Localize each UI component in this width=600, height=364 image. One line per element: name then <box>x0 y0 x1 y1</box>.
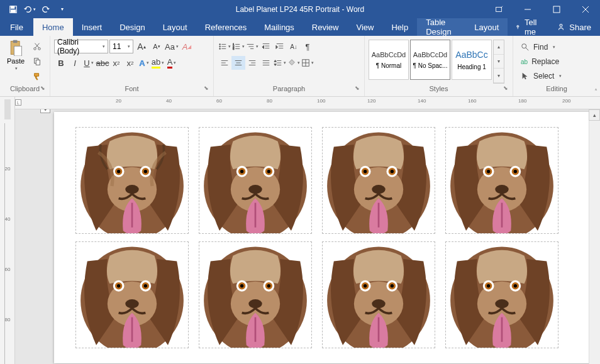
table-move-handle[interactable]: ✥ <box>40 109 50 113</box>
font-size-combo[interactable]: 11▾ <box>109 40 133 53</box>
tab-file[interactable]: File <box>0 18 33 36</box>
label-cell[interactable] <box>445 127 558 234</box>
tab-selector[interactable]: L <box>15 99 21 106</box>
justify-button[interactable] <box>259 56 273 70</box>
ribbon-tabs: File Home Insert Design Layout Reference… <box>0 18 600 36</box>
undo-button[interactable]: ▾ <box>21 0 38 18</box>
minimize-button[interactable] <box>513 0 542 18</box>
collapse-ribbon-button[interactable]: ˄ <box>594 88 597 95</box>
close-button[interactable] <box>571 0 600 18</box>
text-effects-button[interactable]: A▾ <box>137 56 151 70</box>
ribbon-display-options-button[interactable] <box>484 0 513 18</box>
line-spacing-button[interactable]: ▾ <box>273 56 287 70</box>
svg-marker-40 <box>276 45 278 48</box>
tab-mailings[interactable]: Mailings <box>255 18 303 36</box>
horizontal-ruler[interactable]: L 20 40 60 80 100 120 140 160 180 200 <box>15 97 600 109</box>
customize-qat-button[interactable]: ▾ <box>54 0 70 18</box>
numbering-button[interactable]: 123▾ <box>231 40 245 53</box>
style-normal[interactable]: AaBbCcDd ¶ Normal <box>369 40 409 80</box>
tab-view[interactable]: View <box>347 18 382 36</box>
tab-home[interactable]: Home <box>33 18 73 36</box>
dog-image[interactable] <box>446 128 558 233</box>
save-button[interactable] <box>5 0 21 18</box>
dog-image[interactable] <box>76 128 188 233</box>
grow-font-button[interactable]: A▴ <box>135 40 148 53</box>
share-button[interactable]: Share <box>548 18 600 36</box>
sort-button[interactable]: A↓ <box>287 40 301 53</box>
group-clipboard: Paste ▾ Clipboard⬊ <box>0 36 50 96</box>
dog-image[interactable] <box>323 242 435 348</box>
replace-button[interactable]: ab Replace <box>521 55 562 68</box>
font-launcher[interactable]: ⬊ <box>202 85 211 94</box>
shrink-font-button[interactable]: A▾ <box>150 40 164 53</box>
styles-launcher[interactable]: ⬊ <box>501 85 510 94</box>
find-button[interactable]: Find▾ <box>521 41 562 53</box>
label-cell[interactable] <box>445 241 558 348</box>
decrease-indent-button[interactable] <box>259 40 273 53</box>
redo-button[interactable] <box>38 0 54 18</box>
tab-help[interactable]: Help <box>382 18 417 36</box>
dog-image[interactable] <box>323 128 435 233</box>
tab-table-layout[interactable]: Layout <box>465 18 508 36</box>
svg-point-9 <box>518 26 518 26</box>
align-center-button[interactable] <box>231 56 245 70</box>
tab-insert[interactable]: Insert <box>73 18 111 36</box>
borders-button[interactable]: ▾ <box>301 56 314 70</box>
copy-button[interactable] <box>30 55 44 69</box>
italic-button[interactable]: I <box>68 56 82 70</box>
styles-gallery-nav: ▴ ▾ ▾ <box>493 40 504 84</box>
clipboard-launcher[interactable]: ⬊ <box>38 85 47 94</box>
format-painter-button[interactable] <box>30 70 44 84</box>
superscript-button[interactable]: x2 <box>123 56 137 70</box>
svg-rect-12 <box>13 40 18 43</box>
paste-button[interactable]: Paste ▾ <box>4 40 28 71</box>
tell-me-search[interactable]: Tell me <box>508 18 548 36</box>
font-name-combo[interactable]: Calibri (Body)▾ <box>54 40 108 53</box>
dog-image[interactable] <box>199 128 311 233</box>
styles-scroll-up[interactable]: ▴ <box>494 40 504 55</box>
bullets-button[interactable]: ▾ <box>218 40 231 53</box>
vertical-ruler[interactable]: 20 40 60 80 <box>0 97 15 364</box>
svg-point-72 <box>125 185 138 194</box>
align-left-button[interactable] <box>218 56 231 70</box>
paragraph-launcher[interactable]: ⬊ <box>353 85 362 94</box>
select-button[interactable]: Select▾ <box>521 70 562 82</box>
label-cell[interactable] <box>322 127 435 234</box>
shading-button[interactable]: ▾ <box>287 56 301 70</box>
tab-references[interactable]: References <box>196 18 255 36</box>
increase-indent-button[interactable] <box>273 40 287 53</box>
tab-design[interactable]: Design <box>111 18 153 36</box>
style-heading1[interactable]: AaBbCc Heading 1 <box>452 40 492 80</box>
label-cell[interactable] <box>199 127 312 234</box>
multilevel-list-button[interactable]: ▾ <box>245 40 259 53</box>
tab-table-design[interactable]: Table Design <box>417 18 465 36</box>
highlight-button[interactable]: ab▾ <box>151 56 165 70</box>
dog-image[interactable] <box>446 242 558 348</box>
styles-scroll-down[interactable]: ▾ <box>494 55 504 69</box>
styles-expand[interactable]: ▾ <box>494 69 504 83</box>
tab-layout[interactable]: Layout <box>154 18 196 36</box>
font-color-button[interactable]: A▾ <box>165 56 179 70</box>
align-right-button[interactable] <box>245 56 259 70</box>
label-cell[interactable] <box>322 241 435 348</box>
label-cell[interactable] <box>75 127 189 234</box>
bold-button[interactable]: B <box>54 56 68 70</box>
clear-formatting-button[interactable]: A◢ <box>180 40 194 53</box>
tab-review[interactable]: Review <box>303 18 348 36</box>
show-marks-button[interactable]: ¶ <box>301 40 314 53</box>
document-canvas[interactable]: ✥ <box>15 109 600 364</box>
label-cell[interactable] <box>75 241 189 348</box>
dog-image[interactable] <box>199 242 311 348</box>
scroll-up-button[interactable]: ▴ <box>589 109 600 121</box>
label-cell[interactable] <box>199 241 312 348</box>
maximize-button[interactable] <box>542 0 571 18</box>
style-no-spacing[interactable]: AaBbCcDd ¶ No Spac... <box>410 40 450 80</box>
dog-image[interactable] <box>76 242 188 348</box>
vertical-scrollbar[interactable] <box>589 121 600 364</box>
cut-button[interactable] <box>30 40 44 53</box>
subscript-button[interactable]: x2 <box>109 56 123 70</box>
strikethrough-button[interactable]: abc <box>96 56 109 70</box>
change-case-button[interactable]: Aa▾ <box>165 40 179 53</box>
svg-point-10 <box>560 24 562 26</box>
underline-button[interactable]: U▾ <box>82 56 96 70</box>
